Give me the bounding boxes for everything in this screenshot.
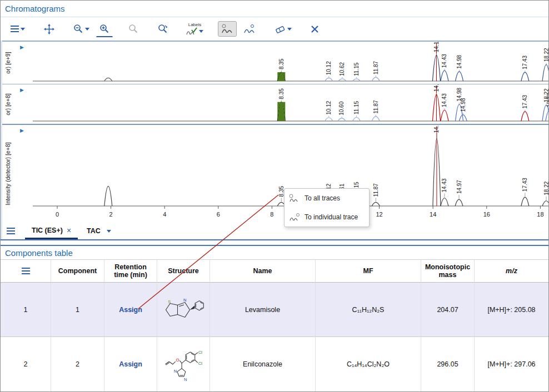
- zoom-out-icon: [73, 24, 83, 34]
- svg-text:14: 14: [430, 211, 436, 218]
- peaks-individual-trace-icon: [289, 213, 300, 222]
- svg-text:10.12: 10.12: [326, 61, 332, 75]
- svg-text:14.14: 14.14: [433, 125, 440, 133]
- labels-button[interactable]: Labels: [184, 22, 206, 36]
- tab-list-icon[interactable]: [7, 228, 15, 234]
- peaks-all-traces-icon: [289, 194, 300, 203]
- svg-text:2: 2: [109, 211, 113, 218]
- header-mf: MF: [316, 259, 421, 283]
- header-monoisotopic-mass: Monoisotopic mass: [421, 259, 475, 283]
- apply-to-individual-trace-button[interactable]: [240, 21, 259, 37]
- zoom-previous-icon: [128, 24, 138, 34]
- expand-trace-icon[interactable]: ▶: [20, 87, 24, 93]
- chromatogram-toolbar: Labels: [1, 17, 548, 41]
- trace-menu-button[interactable]: [7, 23, 28, 35]
- svg-text:10.60: 10.60: [338, 101, 345, 115]
- panel-splitter[interactable]: [1, 239, 548, 246]
- svg-text:Cl: Cl: [198, 350, 203, 355]
- menu-item-label: To individual trace: [305, 213, 358, 221]
- structure-cell: S N: [157, 283, 210, 337]
- eraser-button[interactable]: [271, 22, 295, 37]
- row-index: 1: [1, 283, 51, 337]
- chromatogram-area: ▶ or) [e+9] 8.3510.1210.6211.1511.8714.1…: [1, 41, 548, 223]
- expand-trace-icon[interactable]: ▶: [20, 44, 24, 50]
- zoom-in-button[interactable]: [96, 21, 113, 37]
- svg-text:17.43: 17.43: [522, 178, 528, 192]
- component-number: 1: [51, 283, 104, 337]
- pan-button[interactable]: [41, 21, 58, 37]
- delete-button[interactable]: [307, 22, 322, 36]
- pan-icon: [44, 24, 54, 34]
- svg-text:18: 18: [537, 211, 543, 218]
- chevron-down-icon[interactable]: [107, 230, 111, 233]
- component-mf: C₁₁H₁₂N₂S: [316, 283, 421, 337]
- chevron-down-icon: [21, 28, 25, 31]
- tab-tic-label: TIC (ES+): [32, 227, 63, 234]
- component-name: Levamisole: [210, 283, 316, 337]
- tab-tac[interactable]: TAC: [80, 223, 118, 239]
- svg-text:8: 8: [270, 211, 273, 218]
- y-axis-label: or) [e+9]: [3, 42, 12, 84]
- svg-text:14.98: 14.98: [460, 98, 466, 112]
- close-tab-icon[interactable]: ×: [67, 226, 71, 235]
- svg-text:6: 6: [217, 211, 220, 218]
- zoom-previous-button[interactable]: [125, 21, 142, 37]
- header-name: Name: [210, 259, 316, 283]
- components-panel-title: Components table: [1, 246, 548, 259]
- close-x-icon: [311, 25, 319, 33]
- chromatogram-trace-2[interactable]: ▶ or) [e+8] 8.3510.1210.6011.1511.8714.1…: [2, 84, 548, 124]
- structure-enilconazole-image: Cl Cl O N N: [159, 345, 207, 384]
- structure-levamisole-image: S N: [159, 294, 207, 325]
- svg-text:11.87: 11.87: [373, 61, 379, 74]
- component-mass: 296.05: [421, 337, 475, 391]
- chromatogram-tabbar: TIC (ES+) × TAC: [1, 223, 548, 239]
- svg-text:18.23: 18.23: [546, 93, 548, 107]
- svg-text:4: 4: [163, 211, 166, 218]
- expand-trace-icon[interactable]: ▶: [20, 128, 24, 133]
- menu-item-to-all-traces[interactable]: To all traces: [285, 189, 369, 208]
- label-context-menu: To all traces To individual trace: [284, 188, 370, 227]
- table-menu-button[interactable]: [1, 259, 51, 283]
- assign-link[interactable]: Assign: [119, 360, 142, 368]
- svg-text:O: O: [176, 358, 179, 363]
- chromatogram-trace-3[interactable]: ▶ Intensity (detector) [e+8] 8.3510.1210…: [2, 124, 548, 223]
- svg-text:12: 12: [376, 211, 382, 218]
- component-mf: C₁₄H₁₄Cl₂N₂O: [316, 337, 421, 391]
- structure-cell: Cl Cl O N N: [157, 337, 210, 391]
- svg-text:0: 0: [56, 211, 59, 218]
- svg-text:Cl: Cl: [198, 361, 203, 366]
- svg-text:11.87: 11.87: [373, 183, 379, 197]
- tab-tic-es[interactable]: TIC (ES+) ×: [25, 223, 78, 239]
- assign-link[interactable]: Assign: [119, 306, 142, 314]
- header-structure: Structure: [157, 259, 210, 283]
- svg-text:11.87: 11.87: [373, 100, 379, 114]
- application-window: Chromatograms: [0, 0, 549, 392]
- component-number: 2: [51, 337, 104, 391]
- svg-text:18.22: 18.22: [543, 181, 548, 195]
- apply-to-all-traces-button[interactable]: [218, 21, 237, 37]
- chevron-down-icon: [85, 28, 89, 31]
- peaks-individual-trace-icon: [243, 24, 256, 34]
- component-name: Enilconazole: [210, 337, 316, 391]
- chevron-down-icon: [199, 30, 203, 33]
- svg-text:17.43: 17.43: [522, 94, 528, 108]
- labels-icon: [186, 27, 197, 36]
- chromatogram-plot-2[interactable]: 8.3510.1210.6011.1511.8714.1314.4314.981…: [2, 84, 548, 124]
- svg-text:14.13: 14.13: [433, 42, 440, 52]
- menu-item-to-individual-trace[interactable]: To individual trace: [285, 208, 369, 227]
- zoom-reset-button[interactable]: [154, 21, 172, 37]
- chromatogram-plot-3[interactable]: 8.3510.1210.6111.1511.8714.1414.4314.971…: [2, 125, 548, 223]
- hamburger-icon: [22, 268, 30, 274]
- row-index: 2: [1, 337, 51, 391]
- svg-text:8.35: 8.35: [278, 58, 285, 69]
- svg-text:16: 16: [483, 211, 490, 218]
- components-table: Component Retention time (min) Structure…: [1, 259, 548, 391]
- chevron-down-icon: [287, 28, 292, 31]
- chromatogram-plot-1[interactable]: 8.3510.1210.6211.1511.8714.1314.4314.981…: [2, 42, 548, 84]
- peaks-all-traces-icon: [221, 24, 233, 34]
- svg-text:N: N: [174, 369, 177, 374]
- zoom-out-button[interactable]: [70, 21, 93, 37]
- chromatogram-trace-1[interactable]: ▶ or) [e+9] 8.3510.1210.6211.1511.8714.1…: [2, 41, 548, 84]
- header-retention-time: Retention time (min): [104, 259, 157, 283]
- svg-text:11.15: 11.15: [353, 62, 360, 76]
